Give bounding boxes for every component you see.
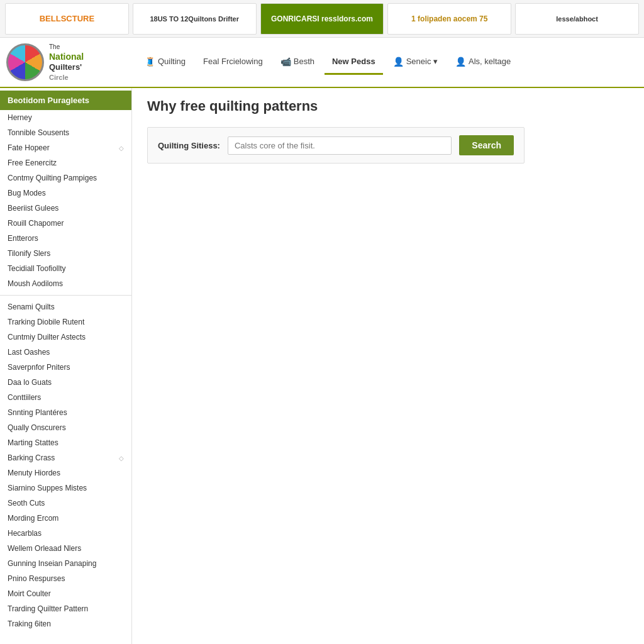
sidebar-item[interactable]: Wellem Orleaad Nlers	[0, 541, 131, 556]
banner-item-2[interactable]: 18US TO 12Quiltons Drifter	[133, 3, 257, 35]
sidebar-item[interactable]: Tonnible Sousents	[0, 125, 131, 140]
sidebar-item[interactable]: Siarnino Suppes Mistes	[0, 480, 131, 496]
banner-item-1[interactable]: BELLSCTURE	[5, 3, 129, 35]
banner-text-3: GONRICARSI ressldors.com	[271, 14, 373, 23]
expand-arrow-icon: ◇	[119, 455, 124, 462]
header-row: The National Quilters' Circle 🧵 Quilting…	[0, 38, 644, 88]
sidebar-item[interactable]: Tilonify Slers	[0, 246, 131, 261]
page-title: Why free quilting patterns	[147, 98, 629, 114]
sidebar-item-label: Pnino Respurses	[8, 574, 65, 583]
sidebar-item-label: Snnting Plantéres	[8, 408, 67, 417]
als-icon: 👤	[455, 57, 466, 67]
sidebar-item[interactable]: Bug Modes	[0, 186, 131, 201]
sidebar-item[interactable]: Gunning Inseian Panaping	[0, 556, 131, 571]
sidebar-item[interactable]: Pnino Respurses	[0, 571, 131, 586]
sidebar-item[interactable]: Trarding Quiltter Pattern	[0, 601, 131, 616]
sidebar-item[interactable]: Seoth Cuts	[0, 496, 131, 511]
sidebar-item[interactable]: Moush Aodiloms	[0, 276, 131, 291]
search-button[interactable]: Search	[459, 135, 514, 155]
quilting-icon: 🧵	[145, 57, 155, 67]
sidebar-item-label: Gunning Inseian Panaping	[8, 559, 96, 568]
nav-item-als[interactable]: 👤 Als, keltage	[448, 50, 518, 75]
sidebar-item[interactable]: Last Oashes	[0, 345, 131, 360]
search-input[interactable]	[228, 136, 452, 155]
sidebar-item[interactable]: Mording Ercom	[0, 511, 131, 526]
nav-label-besth: Besth	[294, 57, 314, 66]
content-area: Why free quilting patterns Quilting Siti…	[132, 88, 644, 644]
sidebar-item[interactable]: Moirt Coulter	[0, 586, 131, 601]
sidebar-item-label: Free Eenercitz	[8, 158, 57, 167]
sidebar-item-label: Tecidiall Toofiollty	[8, 264, 66, 273]
nav-item-quilting[interactable]: 🧵 Quilting	[137, 50, 193, 75]
sidebar-item-label: Moush Aodiloms	[8, 279, 63, 288]
sidebar-item-label: Entterors	[8, 234, 38, 243]
sidebar-item[interactable]: Fate Hopeer◇	[0, 140, 131, 155]
banner-text-2: 18US TO 12Quiltons Drifter	[150, 15, 239, 23]
sidebar-item[interactable]: Cuntmiy Duilter Astects	[0, 330, 131, 345]
sidebar-item[interactable]: Hecarblas	[0, 526, 131, 541]
sidebar-item-label: Trarking Diobile Rutent	[8, 318, 84, 326]
sidebar-item[interactable]: Menuty Hiordes	[0, 465, 131, 480]
logo-circle-icon	[6, 43, 44, 81]
seneic-icon: 👤	[393, 57, 404, 67]
sidebar-item-label: Traking 6iten	[8, 619, 51, 628]
sidebar-item-label: Beeriist Gulees	[8, 204, 58, 213]
nav-item-seneic[interactable]: 👤 Seneic ▾	[386, 50, 445, 75]
besth-icon: 📹	[280, 57, 291, 67]
expand-arrow-icon: ◇	[119, 145, 124, 152]
sidebar-item[interactable]: Rouill Chapomer	[0, 216, 131, 231]
nav-item-feal[interactable]: Feal Frcielowing	[196, 50, 270, 75]
search-box: Quilting Sitiess: Search	[147, 127, 525, 164]
logo-area[interactable]: The National Quilters' Circle	[0, 38, 132, 87]
sidebar-item[interactable]: Contmy Quilting Pampiges	[0, 170, 131, 186]
banner-item-5[interactable]: lesse/abhoct	[515, 3, 639, 35]
sidebar-item-label: Seoth Cuts	[8, 499, 45, 508]
sidebar-item-label: Cuntmiy Duilter Astects	[8, 333, 86, 341]
sidebar-item[interactable]: Barking Crass◇	[0, 450, 131, 465]
sidebar-header: Beotidom Puragleets	[0, 91, 131, 110]
sidebar-item[interactable]: Entterors	[0, 231, 131, 246]
nav-label-feal: Feal Frcielowing	[203, 57, 263, 66]
sidebar-item-label: Wellem Orleaad Nlers	[8, 544, 81, 553]
sidebar-item-label: Barking Crass	[8, 453, 55, 462]
sidebar-item[interactable]: Herney	[0, 110, 131, 125]
sidebar-item[interactable]: Snnting Plantéres	[0, 405, 131, 420]
nav-item-besth[interactable]: 📹 Besth	[273, 50, 322, 75]
sidebar-item-label: Qually Onscurers	[8, 423, 66, 432]
sidebar-item-label: Mording Ercom	[8, 514, 58, 523]
banner-item-3[interactable]: GONRICARSI ressldors.com	[260, 3, 384, 35]
sidebar-item[interactable]: Beeriist Gulees	[0, 201, 131, 216]
sidebar-item-label: Marting Stattes	[8, 438, 58, 447]
sidebar-item[interactable]: Qually Onscurers	[0, 420, 131, 435]
banner-text-5: lesse/abhoct	[556, 15, 598, 23]
sidebar-item[interactable]: Free Eenercitz	[0, 155, 131, 170]
sidebar-item[interactable]: Trarking Diobile Rutent	[0, 314, 131, 330]
sidebar-item[interactable]: Senami Quilts	[0, 299, 131, 314]
nav-label-seneic: Seneic ▾	[406, 57, 438, 66]
nav-label-quilting: Quilting	[158, 57, 186, 66]
sidebar-item-label: Tonnible Sousents	[8, 128, 69, 137]
sidebar-item[interactable]: Saverpnfor Pniters	[0, 360, 131, 375]
logo-text: The National Quilters' Circle	[49, 43, 84, 82]
sidebar-item-label: Hecarblas	[8, 529, 42, 538]
sidebar-item-label: Trarding Quiltter Pattern	[8, 604, 88, 613]
nav-label-als: Als, keltage	[469, 57, 511, 66]
nav-label-newpedss: New Pedss	[332, 57, 375, 66]
sidebar-item-label: Contmy Quilting Pampiges	[8, 174, 97, 182]
sidebar-item-label: Menuty Hiordes	[8, 469, 60, 477]
sidebar: Beotidom Puragleets HerneyTonnible Souse…	[0, 88, 132, 644]
sidebar-item[interactable]: Marting Stattes	[0, 435, 131, 450]
sidebar-item-label: Herney	[8, 113, 32, 122]
main-layout: Beotidom Puragleets HerneyTonnible Souse…	[0, 88, 644, 644]
banner-item-4[interactable]: 1 folipaden aocem 75	[387, 3, 511, 35]
sidebar-item-label: Siarnino Suppes Mistes	[8, 484, 87, 492]
nav-item-newpedss[interactable]: New Pedss	[325, 50, 383, 75]
search-label: Quilting Sitiess:	[158, 141, 220, 150]
sidebar-item-label: Bug Modes	[8, 189, 46, 197]
nav-bar: 🧵 Quilting Feal Frcielowing 📹 Besth New …	[132, 50, 644, 75]
sidebar-item[interactable]: Tecidiall Toofiollty	[0, 261, 131, 276]
sidebar-item[interactable]: Traking 6iten	[0, 616, 131, 631]
sidebar-item-label: Last Oashes	[8, 348, 50, 357]
sidebar-item[interactable]: Daa lo Guats	[0, 375, 131, 390]
sidebar-item[interactable]: Conttiilers	[0, 390, 131, 405]
